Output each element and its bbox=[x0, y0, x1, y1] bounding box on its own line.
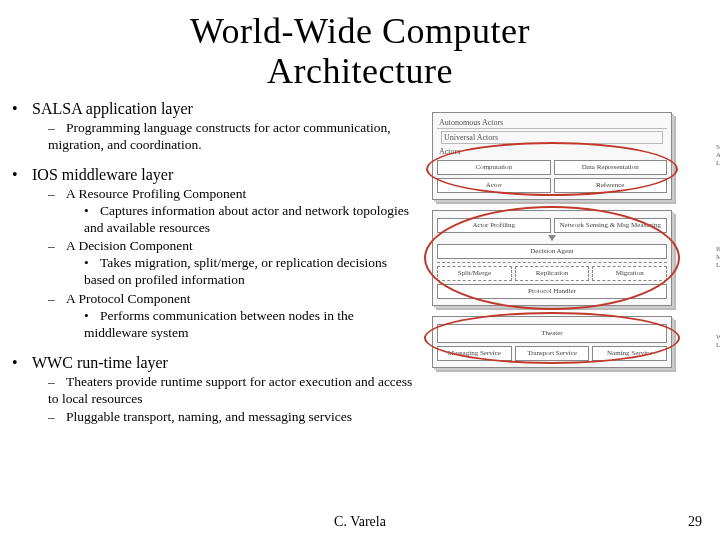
bullet-wwc: •WWC run-time layer bbox=[12, 354, 417, 372]
diagram-box: Migration bbox=[592, 266, 667, 281]
diagram-box: Theater bbox=[437, 324, 667, 343]
bullet-ios: •IOS middleware layer bbox=[12, 166, 417, 184]
sub-bullet: –Theaters provide runtime support for ac… bbox=[48, 374, 417, 408]
sub-bullet: –A Resource Profiling Component bbox=[48, 186, 417, 203]
diagram-box: Actor bbox=[437, 178, 551, 193]
layer-label-ios: IOS Middleware Layer bbox=[716, 210, 720, 306]
slide-title: World-Wide Computer Architecture bbox=[0, 0, 720, 95]
diagram-layer-wwc: Theater Messaging Service Transport Serv… bbox=[432, 316, 672, 368]
section-salsa: •SALSA application layer –Programming la… bbox=[12, 100, 417, 154]
sub-sub-bullet: •Captures information about actor and ne… bbox=[84, 203, 417, 237]
diagram-box: Computation bbox=[437, 160, 551, 175]
diagram-box: Data Representation bbox=[554, 160, 668, 175]
architecture-diagram: Autonomous Actors Universal Actors Actor… bbox=[432, 112, 712, 378]
diagram-layer-ios: Actor Profiling Network Sensing & Msg Me… bbox=[432, 210, 672, 306]
layer-label-salsa: Salsa Application Layer bbox=[716, 112, 720, 200]
sub-bullet: –A Protocol Component bbox=[48, 291, 417, 308]
diagram-box: Reference bbox=[554, 178, 668, 193]
diagram-box: Transport Service bbox=[515, 346, 590, 361]
layer-label-wwc: WWC Layer bbox=[716, 316, 720, 368]
diagram-box: Split/Merge bbox=[437, 266, 512, 281]
diagram-box: Network Sensing & Msg Measuring bbox=[554, 218, 668, 233]
footer-author: C. Varela bbox=[0, 514, 720, 530]
diagram-box: Decision Agent bbox=[437, 244, 667, 259]
diagram-box: Protocol Handler bbox=[437, 284, 667, 299]
diagram-box: Actor Profiling bbox=[437, 218, 551, 233]
section-ios: •IOS middleware layer –A Resource Profil… bbox=[12, 166, 417, 342]
sub-bullet: –Programming language constructs for act… bbox=[48, 120, 417, 154]
arrow-down-icon bbox=[548, 235, 556, 241]
diagram-box: Messaging Service bbox=[437, 346, 512, 361]
diagram-layer-salsa: Autonomous Actors Universal Actors Actor… bbox=[432, 112, 672, 200]
sub-sub-bullet: •Takes migration, split/merge, or replic… bbox=[84, 255, 417, 289]
footer-page-number: 29 bbox=[688, 514, 702, 530]
sub-sub-bullet: •Performs communication between nodes in… bbox=[84, 308, 417, 342]
section-wwc: •WWC run-time layer –Theaters provide ru… bbox=[12, 354, 417, 427]
sub-bullet: –Pluggable transport, naming, and messag… bbox=[48, 409, 417, 426]
content-body: •SALSA application layer –Programming la… bbox=[12, 100, 417, 438]
sub-bullet: –A Decision Component bbox=[48, 238, 417, 255]
diagram-box: Naming Service bbox=[592, 346, 667, 361]
diagram-box: Replication bbox=[515, 266, 590, 281]
bullet-salsa: •SALSA application layer bbox=[12, 100, 417, 118]
